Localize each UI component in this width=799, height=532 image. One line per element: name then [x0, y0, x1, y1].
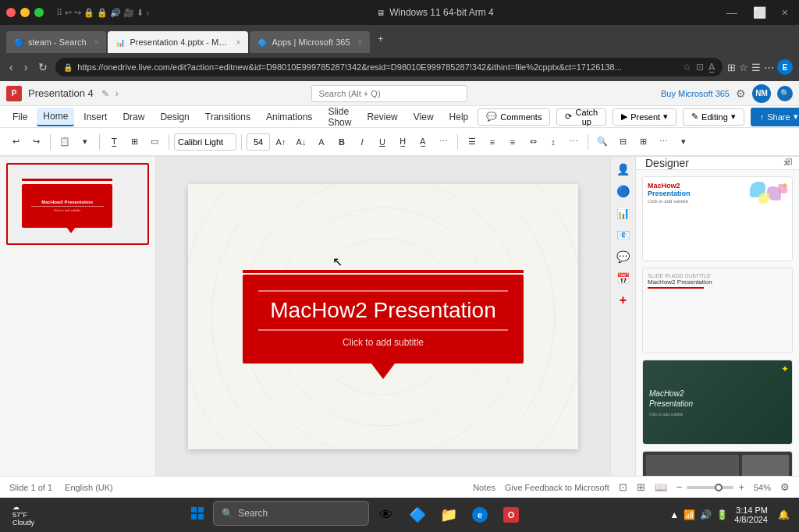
browser-tab-steam[interactable]: 🔵 steam - Search ×	[6, 31, 106, 53]
m365-tab-close[interactable]: ×	[358, 38, 363, 47]
browser-tab-m365[interactable]: 🔷 Apps | Microsoft 365 ×	[250, 31, 370, 53]
layout-btn[interactable]: ⊞	[125, 133, 144, 151]
sidebar-icon-4[interactable]: 📧	[614, 225, 633, 244]
toolbar-expand-btn[interactable]: ▾	[674, 133, 693, 151]
menu-insert[interactable]: Insert	[77, 108, 113, 126]
slide-title[interactable]: MacHow2 Presentation	[270, 298, 495, 323]
notes-btn[interactable]: Notes	[473, 483, 495, 492]
sidebar-icon-2[interactable]: 🔵	[614, 182, 633, 200]
steam-tab-close[interactable]: ×	[94, 38, 99, 47]
menu-file[interactable]: File	[6, 108, 34, 126]
more-format-btn[interactable]: ⋯	[434, 133, 453, 151]
editing-btn[interactable]: ✎ Editing ▾	[683, 108, 744, 126]
arrange-btn[interactable]: ⊟	[613, 133, 632, 151]
direction-btn[interactable]: ⇔	[524, 133, 542, 151]
favorites-icon[interactable]: ☆	[739, 62, 748, 73]
reading-view-btn[interactable]: 📖	[655, 481, 667, 493]
slide-canvas[interactable]: ↖ MacHow2 Presentation Click to add subt…	[188, 184, 578, 449]
present-btn[interactable]: ▶ Present ▾	[613, 108, 676, 126]
spacing-btn[interactable]: ↕	[544, 133, 563, 151]
font-color-btn[interactable]: A̲	[414, 133, 432, 151]
clipboard-btn[interactable]: 📋	[55, 133, 74, 151]
align-btn[interactable]: ≡	[503, 133, 522, 151]
text-format-btn[interactable]: T̲	[105, 133, 123, 151]
office-search-input[interactable]	[311, 85, 467, 102]
pptx-tab-close[interactable]: ×	[236, 38, 241, 47]
normal-view-btn[interactable]: ⊡	[619, 481, 627, 493]
bullets-btn[interactable]: ☰	[463, 133, 481, 151]
view-toggle-btn[interactable]: ⊞	[634, 133, 652, 151]
taskbar-app-office[interactable]: O	[497, 501, 525, 529]
clear-format-btn[interactable]: A	[312, 133, 331, 151]
browser-more-icon[interactable]: ⋯	[764, 62, 774, 73]
menu-animations[interactable]: Animations	[260, 108, 318, 126]
font-name-input[interactable]	[174, 133, 236, 151]
weather-widget[interactable]: ☁ 57°F Cloudy	[6, 503, 41, 527]
add-tab-button[interactable]: +	[373, 30, 388, 48]
highlight-btn[interactable]: H̲	[393, 133, 412, 151]
design-card-4[interactable]: MACHOW2 PRESENTATION Click to add subtit…	[642, 451, 793, 476]
menu-review[interactable]: Review	[360, 108, 403, 126]
battery-tray-icon[interactable]: 🔋	[716, 509, 728, 520]
share-page-icon[interactable]: ⊡	[696, 62, 704, 73]
url-bar[interactable]: 🔒 https://onedrive.live.com/edit?action=…	[55, 58, 723, 76]
sidebar-icon-6[interactable]: 📅	[614, 269, 633, 288]
slide-canvas-area[interactable]: ↖ MacHow2 Presentation Click to add subt…	[156, 157, 610, 476]
zoom-slider-handle[interactable]	[715, 484, 723, 491]
search-replace-btn[interactable]: 🔍	[593, 133, 612, 151]
start-button[interactable]	[185, 501, 210, 526]
sidebar-icon-5[interactable]: 💬	[614, 247, 633, 266]
undo-btn[interactable]: ↩	[6, 133, 25, 151]
underline-btn[interactable]: U	[373, 133, 392, 151]
more-tools-btn[interactable]: ⋯	[654, 133, 673, 151]
network-tray-icon[interactable]: ▲	[669, 509, 679, 520]
menu-draw[interactable]: Draw	[116, 108, 151, 126]
search-sidebar-icon[interactable]: 🔍	[777, 86, 793, 101]
clipboard-dropdown-btn[interactable]: ▾	[76, 133, 94, 151]
slide-main-block[interactable]: MacHow2 Presentation Click to add subtit…	[243, 275, 524, 364]
notification-button[interactable]: 🔔	[774, 505, 793, 524]
edge-copilot-icon[interactable]: E	[777, 59, 793, 75]
numbering-btn[interactable]: ≡	[483, 133, 502, 151]
win-close-btn[interactable]: ×	[777, 5, 793, 20]
menu-transitions[interactable]: Transitions	[199, 108, 257, 126]
slide-thumbnail-1[interactable]: MacHow2 Presentation Click to add subtit…	[6, 163, 149, 245]
volume-tray-icon[interactable]: 🔊	[700, 509, 712, 520]
menu-help[interactable]: Help	[443, 108, 475, 126]
forward-button[interactable]: ›	[21, 59, 31, 75]
more-para-btn[interactable]: ⋯	[564, 133, 583, 151]
settings-icon[interactable]: ⚙	[736, 87, 746, 100]
feedback-btn[interactable]: Give Feedback to Microsoft	[505, 483, 609, 492]
design-card-1[interactable]: ✦ MacHow2 Presentation Click to add subt…	[642, 176, 793, 261]
back-button[interactable]: ‹	[6, 59, 16, 75]
taskbar-search-box[interactable]: 🔍 Search	[213, 501, 369, 526]
browser-tab-pptx[interactable]: 📊 Presentation 4.pptx - Microsoft ... ×	[108, 31, 248, 53]
italic-btn[interactable]: I	[353, 133, 371, 151]
buy-microsoft-btn[interactable]: Buy Microsoft 365	[661, 89, 730, 98]
design-card-3[interactable]: ✦ MacHow2Presentation Click to add subti…	[642, 360, 793, 445]
sidebar-icon-3[interactable]: 📊	[614, 204, 633, 222]
share-button[interactable]: ↑ Share ▾	[751, 108, 799, 126]
catchup-btn[interactable]: ⟳ Catch up	[556, 108, 606, 126]
comments-btn[interactable]: 💬 Comments	[478, 108, 550, 126]
slide-sorter-btn[interactable]: ⊞	[637, 481, 645, 493]
extensions-icon[interactable]: ⊞	[727, 62, 736, 73]
font-size-input[interactable]	[247, 133, 270, 151]
sidebar-icon-1[interactable]: 👤	[614, 160, 633, 179]
sidebar-add-btn[interactable]: +	[614, 291, 633, 310]
win-minimize-btn[interactable]: —	[722, 5, 742, 20]
maximize-button[interactable]	[34, 8, 44, 17]
taskbar-app-cube[interactable]: 🔷	[403, 501, 431, 529]
taskbar-app-folder[interactable]: 📁	[435, 501, 463, 529]
font-decrease-btn[interactable]: A↓	[292, 133, 311, 151]
fit-slide-btn[interactable]: ⚙	[780, 481, 790, 493]
menu-view[interactable]: View	[407, 108, 440, 126]
font-increase-btn[interactable]: A↑	[272, 133, 290, 151]
redo-btn[interactable]: ↪	[27, 133, 45, 151]
user-avatar[interactable]: NM	[752, 84, 771, 103]
minimize-button[interactable]	[20, 8, 30, 17]
menu-slideshow[interactable]: Slide Show	[321, 103, 357, 131]
wifi-tray-icon[interactable]: 📶	[684, 509, 695, 520]
bold-btn[interactable]: B	[332, 133, 351, 151]
taskbar-app-edge[interactable]: e	[466, 501, 494, 529]
